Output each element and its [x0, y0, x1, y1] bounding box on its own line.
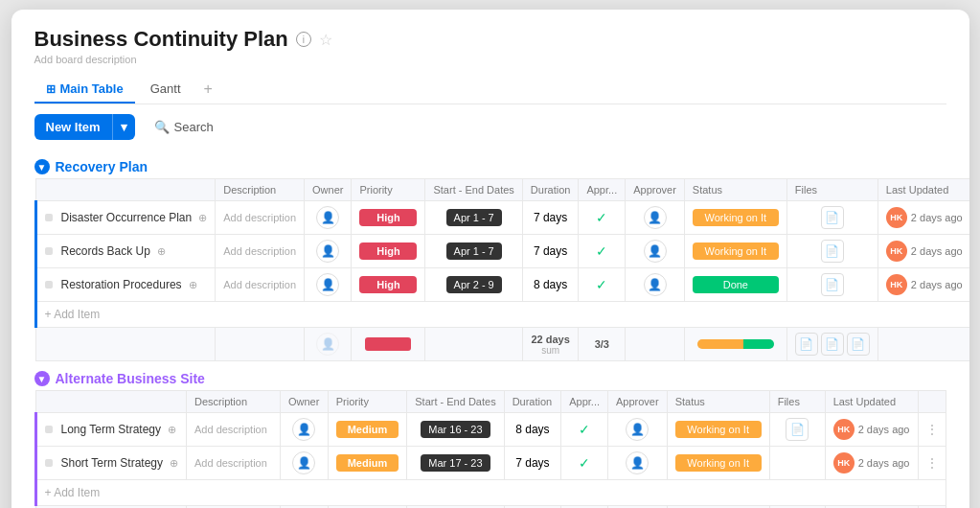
col-header-3: Priority	[328, 391, 407, 413]
description-cell[interactable]: Add description	[194, 424, 267, 435]
add-item-row[interactable]: + Add Item	[35, 302, 969, 328]
tabs-row: ⊞ Main Table Gantt +	[34, 75, 946, 104]
tab-gantt[interactable]: Gantt	[139, 76, 193, 104]
summary-file-icon: 📄	[795, 333, 818, 356]
group-header-recovery-plan: ▼ Recovery Plan	[34, 150, 946, 178]
row-name: Disaster Occurrence Plan	[61, 211, 193, 224]
search-label: Search	[174, 120, 214, 134]
group-toggle-alternate-business-site[interactable]: ▼	[34, 371, 50, 386]
toolbar: New Item ▾ 🔍 Search	[11, 104, 969, 150]
approved-check: ✓	[596, 243, 607, 259]
row-handle[interactable]	[45, 459, 53, 467]
col-header-5: Duration	[504, 391, 561, 413]
search-button[interactable]: 🔍 Search	[143, 115, 225, 139]
table-area: ▼ Recovery Plan DescriptionOwnerPriority…	[11, 150, 969, 508]
description-cell[interactable]: Add description	[223, 212, 296, 223]
priority-badge[interactable]: Medium	[336, 454, 399, 472]
add-row-icon[interactable]: ⊕	[189, 279, 197, 291]
description-cell[interactable]: Add description	[223, 245, 296, 257]
file-icon[interactable]: 📄	[821, 206, 844, 229]
row-handle[interactable]	[45, 281, 53, 289]
col-header-2: Owner	[280, 391, 328, 413]
new-item-chevron-icon[interactable]: ▾	[112, 114, 135, 140]
summary-approval: 3/3	[595, 338, 609, 350]
owner-avatar[interactable]: 👤	[316, 273, 339, 296]
col-header-8: Status	[684, 179, 786, 201]
file-icon[interactable]: 📄	[786, 418, 809, 441]
col-header-0	[35, 179, 216, 201]
owner-avatar[interactable]: 👤	[292, 451, 315, 474]
file-icon[interactable]: 📄	[821, 273, 844, 296]
col-header-9: Files	[769, 391, 825, 413]
tab-main-table[interactable]: ⊞ Main Table	[34, 76, 135, 104]
summary-row: 👤22 dayssum3/3 📄📄📄	[35, 328, 969, 361]
add-row-icon[interactable]: ⊕	[170, 457, 178, 470]
page-title: Business Continuity Plan	[34, 27, 288, 52]
col-header-4: Start - End Dates	[407, 391, 504, 413]
status-badge[interactable]: Working on It	[675, 454, 762, 472]
summary-file-icon: 📄	[847, 333, 870, 356]
table-row: Restoration Procedures ⊕ Add description…	[35, 268, 969, 302]
row-handle[interactable]	[45, 426, 53, 433]
approver-avatar[interactable]: 👤	[644, 273, 667, 296]
progress-bar	[697, 339, 774, 349]
star-icon[interactable]: ☆	[319, 31, 332, 49]
table-recovery-plan: DescriptionOwnerPriorityStart - End Date…	[34, 178, 969, 361]
info-icon[interactable]: i	[296, 32, 311, 47]
col-header-1: Description	[187, 391, 281, 413]
owner-avatar[interactable]: 👤	[316, 206, 339, 229]
approver-avatar[interactable]: 👤	[644, 240, 667, 263]
add-row-icon[interactable]: ⊕	[168, 424, 176, 436]
updated-cell: HK 2 days ago	[886, 274, 963, 295]
new-item-label: New Item	[34, 114, 112, 140]
user-avatar: HK	[833, 452, 855, 473]
col-header-1: Description	[216, 179, 305, 201]
col-header-6: Appr...	[561, 391, 608, 413]
add-tab-button[interactable]: +	[196, 75, 220, 104]
status-badge[interactable]: Working on It	[675, 421, 762, 438]
more-options-icon[interactable]: ⋮	[926, 423, 938, 436]
updated-text: 2 days ago	[911, 212, 963, 223]
priority-badge[interactable]: High	[359, 242, 417, 260]
approver-avatar[interactable]: 👤	[626, 418, 649, 441]
more-options-icon[interactable]: ⋮	[926, 456, 938, 470]
new-item-button[interactable]: New Item ▾	[34, 114, 135, 140]
col-header-3: Priority	[352, 179, 425, 201]
owner-avatar[interactable]: 👤	[292, 418, 315, 441]
group-header-alternate-business-site: ▼ Alternate Business Site	[34, 361, 946, 390]
col-header-0	[35, 391, 187, 413]
summary-files: 📄📄📄	[795, 333, 870, 356]
files-cell: 📄	[795, 206, 870, 229]
add-item-row[interactable]: + Add Item	[35, 480, 946, 506]
updated-text: 2 days ago	[858, 424, 910, 435]
row-handle[interactable]	[45, 214, 53, 221]
approver-avatar[interactable]: 👤	[644, 206, 667, 229]
owner-avatar[interactable]: 👤	[316, 240, 339, 263]
add-row-icon[interactable]: ⊕	[157, 245, 166, 258]
status-badge[interactable]: Done	[693, 276, 779, 293]
approved-check: ✓	[579, 455, 590, 471]
file-icon[interactable]: 📄	[821, 240, 844, 263]
priority-badge[interactable]: High	[359, 276, 417, 293]
duration-value: 7 days	[534, 244, 567, 258]
row-label: Short Term Strategy ⊕	[45, 456, 179, 470]
group-title-recovery-plan: Recovery Plan	[56, 159, 148, 174]
col-header-8: Status	[667, 391, 769, 413]
user-avatar: HK	[833, 419, 855, 440]
priority-badge[interactable]: Medium	[336, 421, 399, 438]
row-handle[interactable]	[45, 247, 53, 255]
status-badge[interactable]: Working on It	[693, 209, 779, 226]
group-toggle-recovery-plan[interactable]: ▼	[34, 159, 50, 174]
col-header-2: Owner	[305, 179, 352, 201]
files-cell: 📄	[795, 273, 870, 296]
header: Business Continuity Plan i ☆ Add board d…	[11, 10, 969, 104]
priority-badge[interactable]: High	[359, 209, 417, 226]
description-cell[interactable]: Add description	[194, 457, 267, 469]
description-cell[interactable]: Add description	[223, 279, 296, 290]
add-row-icon[interactable]: ⊕	[198, 212, 207, 224]
approved-check: ✓	[596, 210, 607, 225]
approver-avatar[interactable]: 👤	[626, 451, 649, 474]
table-row: Disaster Occurrence Plan ⊕ Add descripti…	[35, 201, 969, 235]
search-icon: 🔍	[154, 120, 170, 134]
status-badge[interactable]: Working on It	[693, 242, 779, 260]
